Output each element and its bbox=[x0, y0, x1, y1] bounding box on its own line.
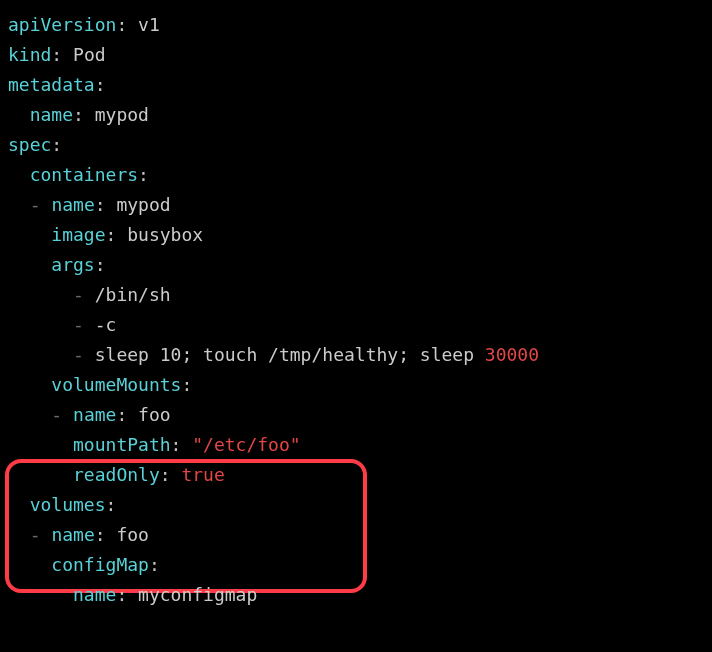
colon: : bbox=[106, 224, 117, 245]
value-metadata-name: mypod bbox=[95, 104, 149, 125]
dash: - bbox=[30, 194, 41, 215]
key-container-args: args bbox=[51, 254, 94, 275]
colon: : bbox=[160, 464, 171, 485]
line-volumes-configMap: configMap: bbox=[8, 554, 160, 575]
yaml-code-block: apiVersion: v1 kind: Pod metadata: name:… bbox=[0, 0, 712, 620]
colon: : bbox=[116, 404, 127, 425]
value-vol-cm-name: myconfigmap bbox=[138, 584, 257, 605]
key-spec: spec bbox=[8, 134, 51, 155]
value-vm-mountPath: "/etc/foo" bbox=[192, 434, 300, 455]
dash: - bbox=[73, 284, 84, 305]
colon: : bbox=[95, 74, 106, 95]
key-container-image: image bbox=[51, 224, 105, 245]
value-container-name: mypod bbox=[116, 194, 170, 215]
value-container-image: busybox bbox=[127, 224, 203, 245]
colon: : bbox=[95, 194, 106, 215]
line-args-0: - /bin/sh bbox=[8, 284, 171, 305]
colon: : bbox=[51, 134, 62, 155]
value-vol-name: foo bbox=[116, 524, 149, 545]
value-vm-name: foo bbox=[138, 404, 171, 425]
key-apiVersion: apiVersion bbox=[8, 14, 116, 35]
line-volumeMounts-mountPath: mountPath: "/etc/foo" bbox=[8, 434, 301, 455]
key-volumes: volumes bbox=[30, 494, 106, 515]
line-metadata-name: name: mypod bbox=[8, 104, 149, 125]
line-metadata: metadata: bbox=[8, 74, 106, 95]
value-vm-readOnly: true bbox=[181, 464, 224, 485]
dash: - bbox=[73, 314, 84, 335]
colon: : bbox=[116, 584, 127, 605]
value-arg-1: -c bbox=[95, 314, 117, 335]
dash: - bbox=[73, 344, 84, 365]
line-volumes-name: - name: foo bbox=[8, 524, 149, 545]
key-vm-mountPath: mountPath bbox=[73, 434, 171, 455]
key-container-name: name bbox=[51, 194, 94, 215]
key-vm-readOnly: readOnly bbox=[73, 464, 160, 485]
key-metadata-name: name bbox=[30, 104, 73, 125]
line-volumes-configMap-name: name: myconfigmap bbox=[8, 584, 257, 605]
line-containers-image: image: busybox bbox=[8, 224, 203, 245]
line-kind: kind: Pod bbox=[8, 44, 106, 65]
line-volumeMounts: volumeMounts: bbox=[8, 374, 192, 395]
line-containers: containers: bbox=[8, 164, 149, 185]
line-args-2: - sleep 10; touch /tmp/healthy; sleep 30… bbox=[8, 344, 539, 365]
key-vol-name: name bbox=[51, 524, 94, 545]
line-spec: spec: bbox=[8, 134, 62, 155]
key-vol-configMap: configMap bbox=[51, 554, 149, 575]
value-arg-2-number: 30000 bbox=[485, 344, 539, 365]
colon: : bbox=[95, 524, 106, 545]
colon: : bbox=[51, 44, 62, 65]
key-containers: containers bbox=[30, 164, 138, 185]
colon: : bbox=[171, 434, 182, 455]
colon: : bbox=[95, 254, 106, 275]
line-containers-args: args: bbox=[8, 254, 106, 275]
colon: : bbox=[149, 554, 160, 575]
key-metadata: metadata bbox=[8, 74, 95, 95]
dash: - bbox=[51, 404, 62, 425]
line-volumeMounts-readOnly: readOnly: true bbox=[8, 464, 225, 485]
key-vol-cm-name: name bbox=[73, 584, 116, 605]
line-volumeMounts-name: - name: foo bbox=[8, 404, 171, 425]
dash: - bbox=[30, 524, 41, 545]
key-kind: kind bbox=[8, 44, 51, 65]
key-volumeMounts: volumeMounts bbox=[51, 374, 181, 395]
colon: : bbox=[106, 494, 117, 515]
colon: : bbox=[116, 14, 127, 35]
value-apiVersion: v1 bbox=[138, 14, 160, 35]
line-apiVersion: apiVersion: v1 bbox=[8, 14, 160, 35]
value-arg-0: /bin/sh bbox=[95, 284, 171, 305]
line-args-1: - -c bbox=[8, 314, 116, 335]
key-vm-name: name bbox=[73, 404, 116, 425]
colon: : bbox=[138, 164, 149, 185]
colon: : bbox=[73, 104, 84, 125]
value-arg-2: sleep 10; touch /tmp/healthy; sleep bbox=[95, 344, 485, 365]
value-kind: Pod bbox=[73, 44, 106, 65]
line-containers-name: - name: mypod bbox=[8, 194, 171, 215]
line-volumes: volumes: bbox=[8, 494, 116, 515]
colon: : bbox=[181, 374, 192, 395]
